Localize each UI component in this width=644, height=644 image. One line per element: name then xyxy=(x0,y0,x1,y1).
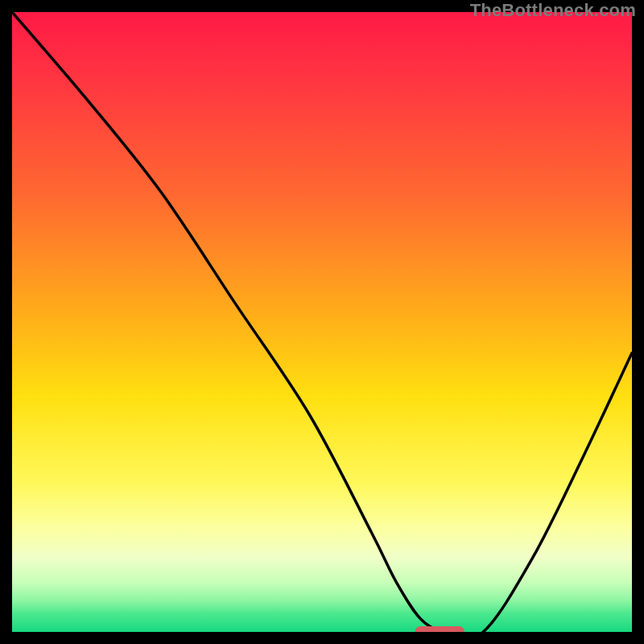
bottleneck-chart xyxy=(12,12,632,632)
chart-frame: TheBottleneck.com xyxy=(0,0,644,644)
marker-pill xyxy=(415,626,465,632)
gradient-background xyxy=(12,12,632,632)
watermark-label: TheBottleneck.com xyxy=(470,0,636,21)
